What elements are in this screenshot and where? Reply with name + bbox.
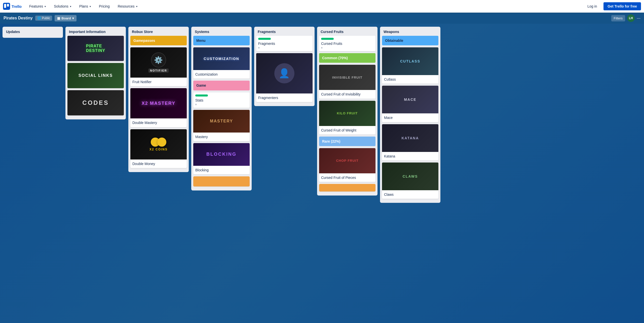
- mace-image: MACE: [382, 86, 438, 113]
- fragments-body: Fragments ≡: [256, 36, 313, 51]
- trello-logo-text: Trello: [12, 4, 22, 9]
- card-double-mastery[interactable]: x2 MASTERY Double Mastery: [130, 88, 187, 127]
- column-weapons: Weapons Obtainable CUTLASS Cutlass MACE …: [380, 27, 440, 203]
- cursed-fruits-title: Cursed Fruits: [321, 42, 342, 46]
- card-social-links[interactable]: SOCIAL LINKS: [67, 63, 124, 88]
- more-options-button[interactable]: ···: [637, 16, 640, 21]
- card-katana[interactable]: KATANA Katana: [382, 124, 438, 160]
- card-menu[interactable]: Menu: [193, 36, 250, 45]
- fragmenters-title: Fragmenters: [258, 96, 278, 100]
- card-weight[interactable]: KILO FRUIT Cursed Fruit of Weight: [319, 101, 375, 135]
- card-obtainable[interactable]: Obtainable: [382, 36, 438, 45]
- resources-menu[interactable]: Resources ▾: [115, 3, 140, 10]
- column-weapons-header: Weapons: [382, 29, 438, 36]
- card-pirate-destiny[interactable]: PIRATEDESTINY: [67, 36, 124, 61]
- weight-image: KILO FRUIT: [319, 101, 375, 126]
- card-systems-extra[interactable]: [193, 176, 250, 186]
- solutions-label: Solutions: [54, 4, 68, 8]
- card-invisibility[interactable]: INVISIBLE FRUIT Cursed Fruit of Invisibi…: [319, 65, 375, 99]
- get-trello-button[interactable]: Get Trello for free: [603, 2, 641, 10]
- solutions-menu[interactable]: Solutions ▾: [51, 3, 74, 10]
- double-mastery-title: Double Mastery: [132, 121, 157, 125]
- card-customization[interactable]: CUSTOMIZATION Customization: [193, 47, 250, 79]
- column-robux-store-header: Robux Store: [130, 29, 187, 36]
- avatar[interactable]: LH: [627, 14, 635, 22]
- svg-rect-2: [7, 4, 9, 7]
- column-robux-store: Robux Store Gamepasses ⚙️ NOTIFIER Fruit…: [128, 27, 189, 172]
- card-mace[interactable]: MACE Mace: [382, 86, 438, 122]
- cutlass-body: Cutlass: [382, 75, 438, 84]
- trello-logo[interactable]: Trello: [3, 3, 22, 10]
- customization-title: Customization: [195, 72, 218, 76]
- visibility-label: Public: [42, 16, 50, 20]
- visibility-badge[interactable]: 🌐 Public: [35, 16, 52, 21]
- card-cursed-extra[interactable]: [319, 184, 375, 191]
- systems-extra-bar: [193, 176, 250, 186]
- gamepasses-title: Gamepasses: [133, 39, 155, 43]
- plans-label: Plans: [79, 4, 88, 8]
- social-links-image: SOCIAL LINKS: [67, 63, 124, 88]
- card-rare[interactable]: Rare (22%): [319, 137, 375, 146]
- card-gamepasses[interactable]: Gamepasses: [130, 36, 187, 45]
- mastery-body: Mastery: [193, 133, 250, 141]
- card-fragments[interactable]: Fragments ≡: [256, 36, 313, 51]
- cursed-extra-bar: [319, 184, 375, 191]
- card-double-money[interactable]: x2 COINS Double Money: [130, 129, 187, 168]
- board-title: Pirates Destiny: [4, 16, 33, 20]
- board-scroll[interactable]: Updates Important Information PIRATEDEST…: [0, 24, 644, 323]
- fragmenters-body: Fragmenters: [256, 93, 313, 102]
- card-common[interactable]: Common (70%): [319, 53, 375, 63]
- svg-rect-0: [3, 3, 10, 10]
- mastery-title: Mastery: [195, 135, 208, 139]
- pricing-button[interactable]: Pricing: [96, 3, 112, 10]
- board-view-button[interactable]: ▦ Board ▾: [55, 15, 77, 21]
- card-stats[interactable]: Stats ≡: [193, 92, 250, 108]
- stats-label: [195, 94, 208, 96]
- board-view-chevron: ▾: [72, 16, 74, 20]
- card-game[interactable]: Game: [193, 81, 250, 90]
- customization-body: Customization: [193, 70, 250, 79]
- board-header: Pirates Destiny 🌐 Public ▦ Board ▾ Filte…: [0, 13, 644, 24]
- resources-chevron: ▾: [136, 5, 137, 8]
- card-fragmenters[interactable]: 👤 Fragmenters: [256, 53, 313, 102]
- pirate-destiny-image: PIRATEDESTINY: [67, 36, 124, 61]
- column-systems-header: Systems: [193, 29, 250, 36]
- card-claws[interactable]: CLAWS Claws: [382, 163, 438, 199]
- card-cutlass[interactable]: CUTLASS Cutlass: [382, 47, 438, 84]
- plans-menu[interactable]: Plans ▾: [77, 3, 93, 10]
- resources-label: Resources: [118, 4, 135, 8]
- column-fragments: Fragments Fragments ≡ 👤 Fragmenters: [254, 27, 315, 106]
- fruit-notifier-title: Fruit Notifier: [132, 80, 151, 84]
- claws-image: CLAWS: [382, 163, 438, 190]
- stats-title: Stats: [195, 98, 203, 102]
- card-blocking[interactable]: BLOCKING Blocking: [193, 143, 250, 174]
- plans-chevron: ▾: [90, 5, 91, 8]
- card-codes[interactable]: CODES: [67, 90, 124, 115]
- card-pieces[interactable]: CHOP FRUIT Cursed Fruit of Pieces: [319, 148, 375, 182]
- menu-title: Menu: [196, 39, 206, 43]
- game-title: Game: [196, 83, 206, 87]
- solutions-chevron: ▾: [70, 5, 71, 8]
- login-button[interactable]: Log in: [584, 3, 600, 10]
- features-menu[interactable]: Features ▾: [27, 3, 48, 10]
- pieces-title: Cursed Fruit of Pieces: [321, 176, 356, 180]
- cutlass-image: CUTLASS: [382, 47, 438, 75]
- card-cursed-fruits-info[interactable]: Cursed Fruits ≡: [319, 36, 375, 51]
- card-fruit-notifier[interactable]: ⚙️ NOTIFIER Fruit Notifier: [130, 47, 187, 86]
- obtainable-title: Obtainable: [385, 39, 403, 43]
- board-view-label: Board: [61, 16, 71, 20]
- rare-title: Rare (22%): [322, 139, 340, 143]
- filters-button[interactable]: Filters: [611, 15, 625, 21]
- fruit-notifier-body: Fruit Notifier: [130, 78, 187, 86]
- fruit-notifier-image: ⚙️ NOTIFIER: [130, 47, 187, 78]
- card-mastery[interactable]: MASTERY Mastery: [193, 110, 250, 141]
- board-view-icon: ▦: [57, 16, 60, 20]
- features-label: Features: [29, 4, 43, 8]
- double-mastery-body: Double Mastery: [130, 118, 187, 127]
- katana-title: Katana: [384, 154, 395, 158]
- codes-image: CODES: [67, 90, 124, 115]
- stats-icon: ≡: [195, 103, 248, 106]
- fragmenters-image: 👤: [256, 53, 313, 93]
- customization-image: CUSTOMIZATION: [193, 47, 250, 70]
- claws-body: Claws: [382, 190, 438, 199]
